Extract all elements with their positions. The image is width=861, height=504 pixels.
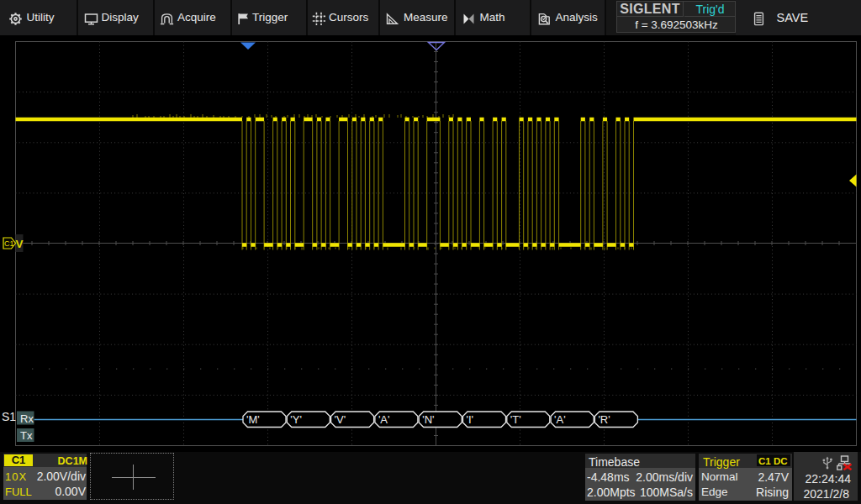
svg-text:'R': 'R' [598,413,610,426]
svg-text:'Y': 'Y' [290,413,302,426]
svg-text:'I': 'I' [467,413,474,426]
svg-text:Tx: Tx [20,429,33,442]
svg-text:'A': 'A' [554,413,566,426]
svg-text:'A': 'A' [378,413,390,426]
svg-text:Rx: Rx [20,412,34,425]
svg-text:'V': 'V' [335,413,346,426]
svg-text:V: V [16,238,24,250]
svg-text:'T': 'T' [510,413,521,426]
svg-text:C1: C1 [4,239,14,248]
svg-text:'N': 'N' [422,413,434,426]
svg-text:'M': 'M' [246,413,260,426]
svg-text:S1: S1 [2,410,16,423]
